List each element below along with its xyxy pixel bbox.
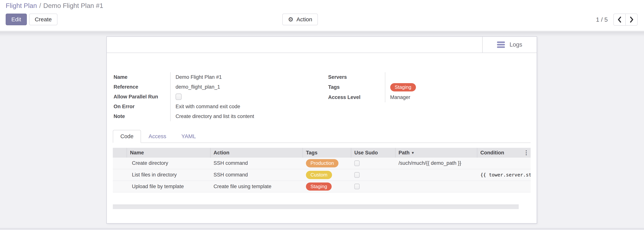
notebook-tabs: CodeAccessYAML — [113, 130, 530, 143]
scrollbar-thumb[interactable] — [113, 205, 519, 209]
column-header-label: Tags — [306, 150, 318, 156]
stat-button-box: Logs — [107, 37, 537, 53]
gear-icon: ⚙ — [288, 16, 294, 22]
cell-condition: {{ tower.server.st — [477, 169, 530, 181]
list-body: Create directorySSH commandProduction/su… — [113, 158, 530, 193]
cell-handle — [113, 158, 127, 169]
table-row[interactable]: Create directorySSH commandProduction/su… — [113, 158, 530, 169]
tab-access[interactable]: Access — [141, 130, 174, 143]
column-header-label: Action — [214, 150, 230, 156]
checkbox-allow-parallel-run — [176, 94, 182, 100]
field-value-name: Demo Flight Plan #1 — [171, 72, 316, 82]
condition-code: {{ tower.server.st — [480, 172, 530, 178]
optional-columns-icon[interactable]: ⋮ — [524, 150, 529, 155]
cell-condition — [477, 158, 530, 169]
field-value-servers — [385, 72, 531, 82]
logs-button-label: Logs — [510, 41, 522, 48]
topbar-shadow — [0, 32, 644, 37]
cell-tags: Staging — [303, 181, 351, 192]
table-row[interactable]: List files in directorySSH commandCustom… — [113, 169, 530, 181]
cell-path — [396, 181, 477, 192]
cell-name: Create directory — [127, 158, 210, 169]
tab-code[interactable]: Code — [113, 130, 141, 143]
tab-yaml[interactable]: YAML — [174, 130, 204, 143]
use-sudo-checkbox — [354, 184, 360, 189]
column-header-label: Path — [398, 150, 410, 156]
column-header-use_sudo[interactable]: Use Sudo — [351, 148, 396, 158]
cell-action: SSH command — [210, 169, 303, 181]
chevron-left-icon — [617, 16, 622, 23]
table-row[interactable]: Upload file by templateCreate file using… — [113, 181, 530, 193]
use-sudo-checkbox — [354, 172, 360, 178]
edit-button[interactable]: Edit — [6, 13, 27, 25]
field-label-servers: Servers — [328, 72, 385, 82]
form-sheet: NameDemo Flight Plan #1Referencedemo_fli… — [107, 72, 537, 209]
field-value-tags: Staging — [385, 82, 531, 93]
field-value-note: Create directory and list its content — [171, 112, 316, 121]
column-header-action[interactable]: Action — [210, 148, 303, 158]
field-group-left: NameDemo Flight Plan #1Referencedemo_fli… — [113, 72, 316, 121]
field-label-name: Name — [113, 72, 171, 82]
tag-badge-production: Production — [306, 159, 338, 167]
column-header-tags[interactable]: Tags — [303, 148, 351, 158]
column-header-label: Use Sudo — [354, 150, 378, 156]
list-header: NameActionTagsUse SudoPath▾Condition⋮ — [113, 148, 530, 158]
create-button[interactable]: Create — [29, 13, 58, 25]
pager-count: 1 / 5 — [596, 16, 608, 23]
list-header-row: NameActionTagsUse SudoPath▾Condition⋮ — [113, 148, 530, 158]
cell-handle — [113, 169, 127, 181]
field-value-on-error: Exit with command exit code — [171, 102, 316, 112]
field-label-note: Note — [113, 112, 171, 121]
action-menu: ⚙ Action — [282, 13, 318, 25]
cell-action: SSH command — [210, 158, 303, 169]
field-value-access-level: Manager — [385, 93, 531, 102]
action-button-label: Action — [296, 16, 312, 23]
breadcrumb-parent-link[interactable]: Flight Plan — [6, 2, 37, 9]
column-header-label: Condition — [480, 150, 504, 156]
logs-button[interactable]: Logs — [482, 37, 537, 53]
field-label-on-error: On Error — [113, 102, 171, 112]
pager: 1 / 5 — [596, 13, 638, 26]
cell-action: Create file using template — [210, 181, 303, 192]
pager-previous-button[interactable] — [614, 13, 626, 26]
field-value-allow-parallel-run — [171, 92, 316, 102]
breadcrumb-separator: / — [39, 2, 41, 9]
tag-badge-staging: Staging — [390, 83, 416, 92]
chevron-right-icon — [629, 16, 634, 23]
field-label-reference: Reference — [113, 82, 171, 92]
column-header-path[interactable]: Path▾ — [396, 148, 477, 158]
form-card: Logs NameDemo Flight Plan #1Referencedem… — [106, 36, 537, 224]
tag-badge-staging: Staging — [306, 183, 332, 191]
commands-list: NameActionTagsUse SudoPath▾Condition⋮ Cr… — [113, 148, 530, 193]
use-sudo-checkbox — [354, 160, 360, 166]
field-groups: NameDemo Flight Plan #1Referencedemo_fli… — [113, 72, 530, 121]
sort-desc-icon: ▾ — [412, 150, 414, 155]
field-value-reference: demo_flight_plan_1 — [171, 82, 316, 92]
cell-path — [396, 169, 477, 181]
cell-condition — [477, 181, 530, 192]
cell-handle — [113, 181, 127, 192]
view-buttons: Edit Create — [6, 13, 58, 25]
cell-use-sudo — [351, 158, 396, 169]
column-header-handle — [113, 148, 127, 158]
field-group-right: ServersTagsStagingAccess LevelManager — [328, 72, 531, 121]
control-panel: Flight Plan/Demo Flight Plan #1 Edit Cre… — [0, 0, 644, 31]
column-header-condition[interactable]: Condition⋮ — [477, 148, 530, 158]
field-label-access-level: Access Level — [328, 93, 385, 102]
pager-next-button[interactable] — [626, 13, 638, 26]
pager-buttons — [614, 13, 638, 26]
action-button[interactable]: ⚙ Action — [282, 13, 318, 25]
field-label-tags: Tags — [328, 82, 385, 93]
breadcrumb-current: Demo Flight Plan #1 — [43, 2, 103, 9]
bottom-edge-strip — [0, 228, 644, 230]
breadcrumb: Flight Plan/Demo Flight Plan #1 — [6, 2, 103, 9]
cell-use-sudo — [351, 181, 396, 192]
field-label-allow-parallel-run: Allow Parallel Run — [113, 92, 171, 102]
column-header-name[interactable]: Name — [127, 148, 210, 158]
logs-list-icon — [497, 41, 505, 48]
column-header-label: Name — [130, 150, 144, 156]
horizontal-scrollbar[interactable] — [113, 205, 530, 209]
cell-name: List files in directory — [127, 169, 210, 181]
cell-name: Upload file by template — [127, 181, 210, 192]
cell-use-sudo — [351, 169, 396, 181]
